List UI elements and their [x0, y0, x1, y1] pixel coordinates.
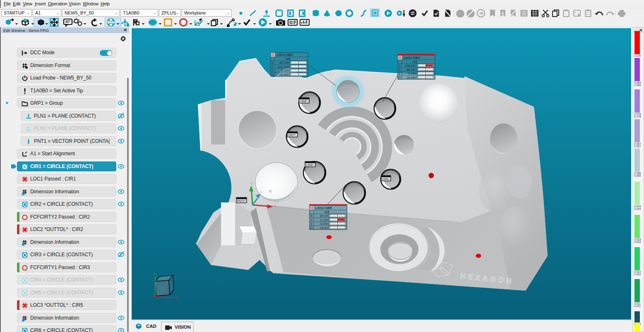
svg-text:X: X	[274, 204, 276, 208]
svg-text:16.400: 16.400	[279, 73, 289, 77]
svg-text:101.000: 101.000	[278, 65, 289, 69]
svg-text:Y: Y	[399, 68, 401, 72]
svg-text:17.00: 17.00	[320, 218, 328, 222]
svg-text:Z: Z	[310, 222, 312, 226]
svg-text:LOC1 CIR1: LOC1 CIR1	[276, 53, 293, 57]
svg-text:80.000: 80.000	[279, 61, 289, 65]
svg-text:PNT1*: PNT1*	[237, 200, 246, 202]
svg-text:0.000: 0.000	[408, 72, 416, 75]
svg-text:X: X	[175, 296, 177, 300]
svg-text:X: X	[272, 61, 274, 65]
svg-text:80.00: 80.00	[320, 214, 328, 218]
svg-text:LOC3 CIR5: LOC3 CIR5	[315, 206, 332, 210]
svg-text:16.40: 16.40	[320, 226, 328, 230]
svg-text:0.000: 0.000	[320, 222, 328, 226]
svg-text:Y: Y	[153, 272, 156, 277]
svg-text:D: D	[310, 226, 313, 230]
svg-text:Y: Y	[250, 182, 252, 185]
svg-text:0.000: 0.000	[281, 69, 289, 72]
svg-text:Z: Z	[260, 190, 262, 194]
svg-text:CIR8*: CIR8*	[300, 100, 308, 103]
svg-text:CIR6*: CIR6*	[306, 164, 314, 166]
svg-text:X: X	[310, 214, 312, 218]
svg-text:X: X	[399, 64, 401, 67]
svg-text:Z: Z	[399, 72, 401, 75]
svg-text:Z: Z	[161, 286, 164, 291]
svg-text:108.991: 108.991	[405, 64, 416, 67]
svg-text:CIR7*: CIR7*	[288, 134, 296, 137]
svg-text:88.991: 88.991	[406, 68, 416, 72]
svg-text:D: D	[399, 76, 401, 79]
svg-text:Z: Z	[272, 69, 274, 72]
svg-text:Y: Y	[272, 65, 274, 69]
svg-text:CIR4: CIR4	[382, 178, 389, 180]
svg-text:Y: Y	[310, 218, 312, 222]
svg-text:LOC2 CIR2: LOC2 CIR2	[404, 56, 420, 60]
svg-text:D: D	[272, 73, 274, 77]
svg-text:16.400: 16.400	[406, 76, 416, 79]
